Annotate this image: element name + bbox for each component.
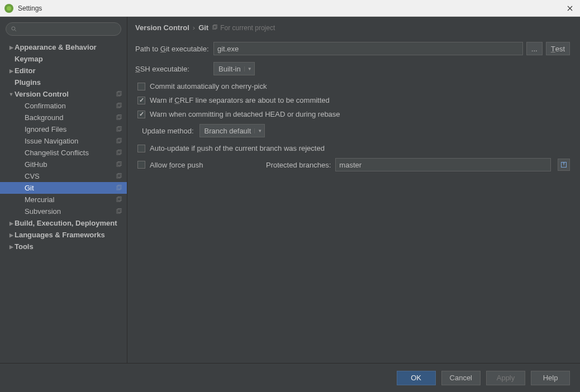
scope-badge-icon: [116, 103, 122, 109]
content-panel: Version Control › Git For current projec…: [127, 17, 580, 363]
label-ssh: SSH executable:: [135, 65, 213, 73]
sidebar-item-label: Git: [25, 184, 116, 192]
close-button[interactable]: [564, 3, 576, 14]
scope-badge-icon: [116, 138, 122, 145]
scope-badge-icon: [116, 197, 122, 203]
sidebar-item-label: Tools: [15, 242, 122, 251]
tree-arrow-icon: ▶: [8, 45, 15, 50]
sidebar-item-plugins[interactable]: Plugins: [0, 77, 127, 88]
tree-arrow-icon: ▶: [8, 244, 15, 250]
scope-icon: [212, 25, 218, 31]
browse-button[interactable]: ...: [526, 42, 543, 55]
app-icon: [4, 4, 13, 13]
breadcrumb-separator: ›: [193, 23, 195, 32]
svg-point-0: [12, 27, 15, 30]
scope-badge-icon: [116, 150, 122, 156]
sidebar-item-background[interactable]: Background: [0, 112, 127, 123]
search-input[interactable]: [6, 22, 121, 36]
sidebar-item-issue-navigation[interactable]: Issue Navigation: [0, 135, 127, 147]
sidebar-item-ignored-files[interactable]: Ignored Files: [0, 123, 127, 135]
apply-button[interactable]: Apply: [486, 371, 525, 385]
row-force-push: Allow force push Protected branches:: [135, 158, 570, 171]
input-protected[interactable]: [335, 158, 551, 171]
label-force-push: Allow force push: [150, 161, 206, 169]
sidebar-item-mercurial[interactable]: Mercurial: [0, 194, 127, 205]
tree-arrow-icon: ▼: [8, 92, 15, 97]
label-path: Path to Git executable:: [135, 45, 213, 53]
breadcrumb-root: Version Control: [135, 23, 189, 32]
sidebar-item-changelist-conflicts[interactable]: Changelist Conflicts: [0, 147, 127, 159]
sidebar-item-label: Version Control: [15, 90, 116, 98]
close-icon: [567, 6, 573, 11]
row-warn-crlf: Warn if CRLF line separators are about t…: [135, 96, 570, 104]
breadcrumb-scope: For current project: [212, 24, 275, 32]
row-commit-cherry: Commit automatically on cherry-pick: [135, 82, 570, 90]
select-update-method[interactable]: Branch default ▼: [199, 124, 265, 137]
scope-badge-icon: [116, 114, 122, 121]
sidebar-item-label: Keymap: [15, 55, 122, 63]
breadcrumb: Version Control › Git For current projec…: [135, 23, 570, 32]
sidebar-item-git[interactable]: Git: [0, 182, 127, 194]
sidebar-item-label: Mercurial: [25, 195, 116, 204]
input-git-path[interactable]: [213, 42, 523, 55]
scope-badge-icon: [116, 208, 122, 215]
label-commit-cherry: Commit automatically on cherry-pick: [150, 82, 267, 90]
sidebar-item-label: Background: [25, 113, 116, 122]
expand-icon: [560, 161, 567, 168]
sidebar-item-label: Appearance & Behavior: [15, 43, 122, 51]
sidebar-item-label: Languages & Frameworks: [15, 231, 122, 239]
checkbox-warn-detached[interactable]: [137, 111, 145, 118]
sidebar-item-label: Plugins: [15, 78, 122, 87]
sidebar-item-label: Build, Execution, Deployment: [15, 219, 122, 227]
help-button[interactable]: Help: [531, 371, 570, 385]
sidebar-item-label: Confirmation: [25, 102, 116, 110]
settings-tree[interactable]: ▶Appearance & BehaviorKeymap▶EditorPlugi…: [0, 39, 127, 363]
sidebar-item-cvs[interactable]: CVS: [0, 170, 127, 182]
footer: OK Cancel Apply Help: [0, 363, 580, 392]
sidebar: ▶Appearance & BehaviorKeymap▶EditorPlugi…: [0, 17, 127, 363]
scope-badge-icon: [116, 173, 122, 180]
main-area: ▶Appearance & BehaviorKeymap▶EditorPlugi…: [0, 17, 580, 363]
settings-window: Settings ▶Appearance & BehaviorKeymap▶Ed…: [0, 0, 580, 392]
label-warn-crlf: Warn if CRLF line separators are about t…: [150, 96, 330, 104]
checkbox-warn-crlf[interactable]: [137, 97, 145, 104]
sidebar-item-label: Issue Navigation: [25, 137, 116, 145]
sidebar-item-build-execution-deployment[interactable]: ▶Build, Execution, Deployment: [0, 217, 127, 229]
sidebar-item-appearance-behavior[interactable]: ▶Appearance & Behavior: [0, 41, 127, 53]
row-update-method: Update method: Branch default ▼: [135, 124, 570, 137]
scope-badge-icon: [116, 161, 122, 168]
sidebar-item-github[interactable]: GitHub: [0, 159, 127, 170]
checkbox-auto-update[interactable]: [137, 145, 145, 152]
expand-button[interactable]: [558, 159, 570, 171]
tree-arrow-icon: ▶: [8, 221, 15, 226]
sidebar-item-tools[interactable]: ▶Tools: [0, 241, 127, 252]
sidebar-item-editor[interactable]: ▶Editor: [0, 65, 127, 77]
select-ssh[interactable]: Built-in ▼: [213, 62, 255, 75]
label-update-method: Update method:: [142, 127, 194, 135]
sidebar-item-label: Changelist Conflicts: [25, 149, 116, 157]
sidebar-item-subversion[interactable]: Subversion: [0, 205, 127, 217]
ok-button[interactable]: OK: [397, 371, 436, 385]
sidebar-item-label: CVS: [25, 172, 116, 180]
search-icon: [11, 26, 17, 32]
window-title: Settings: [18, 4, 564, 12]
row-protected: Protected branches:: [266, 158, 570, 171]
test-button[interactable]: Test: [546, 42, 570, 55]
breadcrumb-leaf: Git: [198, 23, 208, 32]
checkbox-force-push[interactable]: [137, 161, 145, 169]
sidebar-item-confirmation[interactable]: Confirmation: [0, 100, 127, 112]
label-auto-update: Auto-update if push of the current branc…: [150, 144, 325, 152]
chevron-down-icon: ▼: [254, 128, 262, 133]
tree-arrow-icon: ▶: [8, 232, 15, 238]
tree-arrow-icon: ▶: [8, 68, 15, 74]
sidebar-item-keymap[interactable]: Keymap: [0, 53, 127, 65]
cancel-button[interactable]: Cancel: [441, 371, 481, 385]
titlebar: Settings: [0, 0, 580, 17]
scope-badge-icon: [116, 185, 122, 192]
label-warn-detached: Warn when committing in detached HEAD or…: [150, 110, 340, 118]
checkbox-commit-cherry[interactable]: [137, 83, 145, 90]
sidebar-item-version-control[interactable]: ▼Version Control: [0, 88, 127, 100]
scope-badge-icon: [116, 91, 122, 98]
sidebar-item-languages-frameworks[interactable]: ▶Languages & Frameworks: [0, 229, 127, 241]
row-warn-detached: Warn when committing in detached HEAD or…: [135, 110, 570, 118]
